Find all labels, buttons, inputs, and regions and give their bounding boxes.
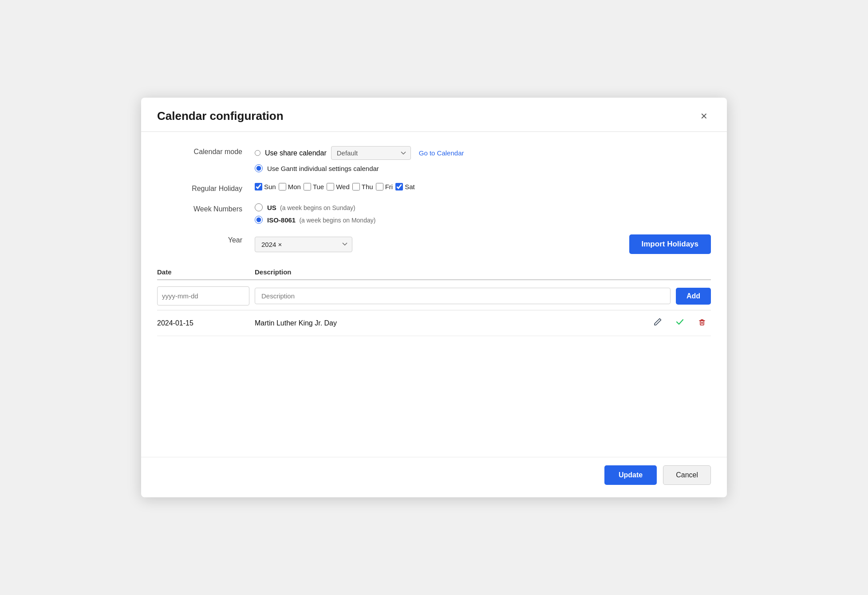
date-column-header: Date [157,268,255,276]
year-import-row: 2024 × 2023 2025 Import Holidays [255,234,711,254]
week-iso-radio[interactable] [255,216,263,224]
dialog-body: Calendar mode Use share calendar Default… [141,132,727,457]
description-column-header: Description [255,268,711,276]
calendar-mode-option2-row: Use Gantt individual settings calendar [255,164,711,172]
date-input-wrapper [157,286,249,305]
thu-checkbox[interactable] [352,183,360,190]
checkbox-fri: Fri [376,183,393,190]
checkbox-wed: Wed [327,183,350,190]
close-button[interactable]: × [697,108,711,123]
confirm-button[interactable] [673,317,687,329]
mon-checkbox[interactable] [279,183,286,190]
dialog-footer: Update Cancel [141,457,727,497]
use-gantt-calendar-label: Use Gantt individual settings calendar [267,165,379,172]
dialog-header: Calendar configuration × [141,98,727,132]
table-row: 2024-01-15 Martin Luther King Jr. Day [157,310,711,336]
checkbox-tue: Tue [304,183,324,190]
holidays-table-section: Date Description [157,268,711,446]
checkbox-mon: Mon [279,183,301,190]
calendar-configuration-dialog: Calendar configuration × Calendar mode U… [141,98,727,497]
sat-checkbox[interactable] [395,183,403,190]
year-row: Year 2024 × 2023 2025 Import Holidays [157,234,711,254]
holiday-description: Martin Luther King Jr. Day [255,319,651,327]
week-us-row: US (a week begins on Sunday) [255,203,711,211]
regular-holiday-label: Regular Holiday [157,183,255,193]
year-label: Year [157,234,255,244]
calendar-mode-controls: Use share calendar Default Go to Calenda… [255,146,711,172]
date-input[interactable] [158,288,249,304]
go-to-calendar-link[interactable]: Go to Calendar [419,149,464,157]
table-input-row: Add [157,282,711,310]
regular-holiday-row: Regular Holiday Sun Mon [157,183,711,193]
calendar-default-select[interactable]: Default [331,146,411,160]
table-header: Date Description [157,268,711,280]
use-share-calendar-label: Use share calendar [265,149,327,157]
checkbox-sun: Sun [255,183,276,190]
description-input[interactable] [255,288,671,304]
row-actions [651,317,711,329]
checkbox-sat: Sat [395,183,415,190]
calendar-mode-row: Calendar mode Use share calendar Default… [157,146,711,172]
year-select[interactable]: 2024 × 2023 2025 [255,237,352,252]
delete-button[interactable] [695,317,709,329]
wed-checkbox[interactable] [327,183,334,190]
sun-checkbox[interactable] [255,183,262,190]
year-controls: 2024 × 2023 2025 Import Holidays [255,234,711,254]
use-share-calendar-radio[interactable] [255,150,260,156]
add-button[interactable]: Add [676,288,711,305]
year-select-wrapper: 2024 × 2023 2025 [255,237,352,252]
calendar-mode-option1-row: Use share calendar Default Go to Calenda… [255,146,711,160]
edit-button[interactable] [651,317,665,329]
update-button[interactable]: Update [604,465,657,485]
holiday-date: 2024-01-15 [157,319,255,327]
week-iso-row: ISO-8061 (a week begins on Monday) [255,216,711,224]
regular-holiday-controls: Sun Mon Tue Wed [255,183,711,190]
tue-checkbox[interactable] [304,183,311,190]
use-gantt-calendar-radio[interactable] [255,164,263,172]
svg-rect-7 [700,321,704,325]
calendar-mode-label: Calendar mode [157,146,255,156]
fri-checkbox[interactable] [376,183,383,190]
cancel-button[interactable]: Cancel [663,465,711,485]
week-numbers-controls: US (a week begins on Sunday) ISO-8061 (a… [255,203,711,224]
checkbox-thu: Thu [352,183,373,190]
import-holidays-button[interactable]: Import Holidays [629,234,711,254]
dialog-title: Calendar configuration [157,109,284,123]
week-numbers-row: Week Numbers US (a week begins on Sunday… [157,203,711,224]
week-us-radio[interactable] [255,203,263,211]
days-checkbox-group: Sun Mon Tue Wed [255,183,711,190]
week-numbers-label: Week Numbers [157,203,255,213]
